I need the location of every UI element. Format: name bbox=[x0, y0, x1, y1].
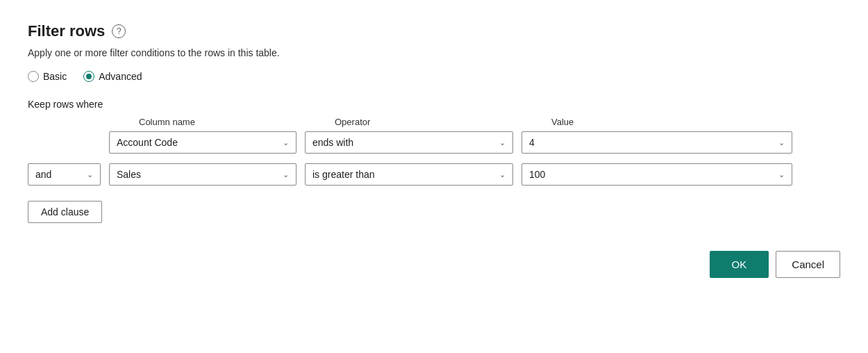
cancel-button[interactable]: Cancel bbox=[776, 251, 840, 278]
mode-radio-group: Basic Advanced bbox=[28, 71, 840, 82]
keep-rows-label: Keep rows where bbox=[28, 99, 840, 110]
advanced-radio-label[interactable]: Advanced bbox=[83, 71, 142, 82]
value-select-2[interactable]: 100 ⌄ bbox=[521, 163, 792, 186]
title-row: Filter rows ? bbox=[28, 22, 840, 40]
chevron-down-icon-op2: ⌄ bbox=[499, 170, 506, 179]
operator-select-2[interactable]: is greater than ⌄ bbox=[305, 163, 513, 186]
filter-rows-dialog: Filter rows ? Apply one or more filter c… bbox=[28, 22, 840, 278]
operator-header: Operator bbox=[335, 117, 543, 127]
cancel-label: Cancel bbox=[792, 258, 824, 270]
column-name-value-2: Sales bbox=[117, 169, 141, 180]
chevron-down-icon-val2: ⌄ bbox=[778, 170, 785, 179]
chevron-down-icon-col1: ⌄ bbox=[283, 138, 289, 147]
dialog-title: Filter rows bbox=[28, 22, 105, 40]
chevron-down-icon-col2: ⌄ bbox=[283, 170, 289, 179]
connector-select[interactable]: and ⌄ bbox=[28, 163, 101, 186]
value-value-2: 100 bbox=[529, 169, 545, 180]
dialog-footer: OK Cancel bbox=[28, 251, 840, 278]
value-select-1[interactable]: 4 ⌄ bbox=[521, 131, 792, 154]
column-name-select-1[interactable]: Account Code ⌄ bbox=[109, 131, 297, 154]
filter-row-2: and ⌄ Sales ⌄ is greater than ⌄ 100 ⌄ bbox=[28, 163, 840, 186]
add-clause-button[interactable]: Add clause bbox=[28, 201, 102, 223]
connector-value: and bbox=[35, 169, 51, 180]
chevron-down-icon-val1: ⌄ bbox=[778, 138, 785, 147]
column-name-value-1: Account Code bbox=[117, 137, 178, 148]
ok-button[interactable]: OK bbox=[710, 251, 769, 278]
dialog-subtitle: Apply one or more filter conditions to t… bbox=[28, 47, 840, 58]
operator-select-1[interactable]: ends with ⌄ bbox=[305, 131, 513, 154]
chevron-down-icon-op1: ⌄ bbox=[499, 138, 506, 147]
ok-label: OK bbox=[732, 258, 747, 270]
filter-row-1: Account Code ⌄ ends with ⌄ 4 ⌄ bbox=[28, 131, 840, 154]
basic-radio-label[interactable]: Basic bbox=[28, 71, 67, 82]
column-name-header: Column name bbox=[139, 117, 326, 127]
add-clause-label: Add clause bbox=[41, 206, 89, 217]
value-value-1: 4 bbox=[529, 137, 535, 148]
basic-radio-circle[interactable] bbox=[28, 71, 39, 82]
chevron-down-icon-connector: ⌄ bbox=[87, 170, 93, 179]
basic-label: Basic bbox=[43, 71, 67, 82]
advanced-radio-circle[interactable] bbox=[83, 71, 94, 82]
filter-headers: Column name Operator Value bbox=[139, 117, 840, 127]
help-icon[interactable]: ? bbox=[112, 24, 126, 38]
operator-value-1: ends with bbox=[312, 137, 353, 148]
column-name-select-2[interactable]: Sales ⌄ bbox=[109, 163, 297, 186]
value-header: Value bbox=[551, 117, 822, 127]
operator-value-2: is greater than bbox=[312, 169, 375, 180]
advanced-label: Advanced bbox=[99, 71, 142, 82]
